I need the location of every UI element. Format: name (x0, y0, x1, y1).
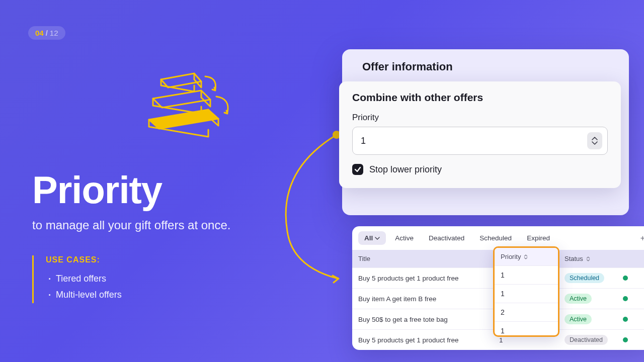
overlay-value: 1 (495, 321, 558, 337)
use-cases-title: USE CASES: (46, 255, 314, 264)
headline: Priority (32, 171, 314, 209)
tab-expired[interactable]: Expired (521, 231, 556, 245)
col-title[interactable]: Title (352, 250, 493, 267)
status-dot-icon (623, 337, 628, 342)
hero-text: Priority to manage all your gift offers … (32, 171, 314, 303)
cell-indicator (617, 290, 644, 308)
page-separator: / (46, 29, 48, 37)
number-stepper[interactable] (587, 132, 602, 149)
tab-deactivated[interactable]: Deactivated (423, 231, 470, 245)
page-current: 04 (35, 29, 44, 37)
check-icon (354, 166, 361, 173)
page-total: 12 (50, 29, 58, 37)
cell-title: Buy 5 products get 1 product free (352, 269, 493, 287)
cell-status: Active (558, 289, 617, 309)
status-dot-icon (623, 317, 628, 322)
col-status[interactable]: Status (558, 250, 617, 267)
use-case-item: Tiered offers (46, 270, 314, 287)
overlay-value: 1 (495, 284, 558, 303)
overlay-value: 2 (495, 303, 558, 321)
status-dot-icon (623, 296, 628, 301)
cell-status: Deactivated (558, 330, 617, 350)
col-extra (617, 250, 644, 267)
offers-table-panel: All Active Deactivated Scheduled Expired… (352, 226, 644, 350)
cell-title: Buy 50$ to get a free tote bag (352, 311, 493, 328)
page-counter: 04 / 12 (28, 26, 65, 40)
chevron-down-icon (375, 237, 380, 240)
sort-icon (524, 254, 528, 259)
cell-status: Scheduled (558, 268, 617, 288)
stop-lower-checkbox[interactable] (352, 164, 363, 175)
overlay-value: 1 (495, 265, 558, 284)
cell-title: Buy item A get item B free (352, 290, 493, 308)
stop-lower-label: Stop lower priority (369, 164, 442, 175)
status-dot-icon (623, 276, 628, 281)
cell-title: Buy 5 products get 1 product free (352, 331, 493, 349)
priority-column-highlight: Priority 1 1 2 1 (493, 246, 559, 337)
cell-indicator (617, 311, 644, 328)
sort-icon (586, 256, 590, 261)
use-cases: USE CASES: Tiered offers Multi-level off… (32, 255, 314, 303)
cell-status: Active (558, 309, 617, 329)
combine-card: Combine with other offers Priority 1 Sto… (339, 81, 621, 188)
offer-information-panel: Offer information Combine with other off… (342, 49, 629, 215)
cell-indicator (617, 269, 644, 287)
overlay-header: Priority (495, 248, 558, 265)
priority-input[interactable]: 1 (352, 127, 608, 155)
stacked-boxes-illustration (146, 70, 247, 141)
add-tab-button[interactable]: + (637, 234, 644, 243)
priority-value: 1 (361, 136, 366, 146)
tab-active[interactable]: Active (389, 231, 420, 245)
subheadline: to manage all your gift offers at once. (32, 218, 314, 232)
tab-scheduled[interactable]: Scheduled (473, 231, 518, 245)
offer-panel-title: Offer information (342, 49, 629, 77)
use-case-item: Multi-level offers (46, 287, 314, 303)
cell-indicator (617, 331, 644, 349)
tab-all[interactable]: All (358, 231, 386, 245)
chevron-up-icon[interactable] (592, 137, 598, 141)
priority-label: Priority (352, 113, 608, 123)
combine-title: Combine with other offers (352, 92, 608, 104)
chevron-down-icon[interactable] (592, 141, 598, 145)
tab-label: All (364, 234, 373, 242)
